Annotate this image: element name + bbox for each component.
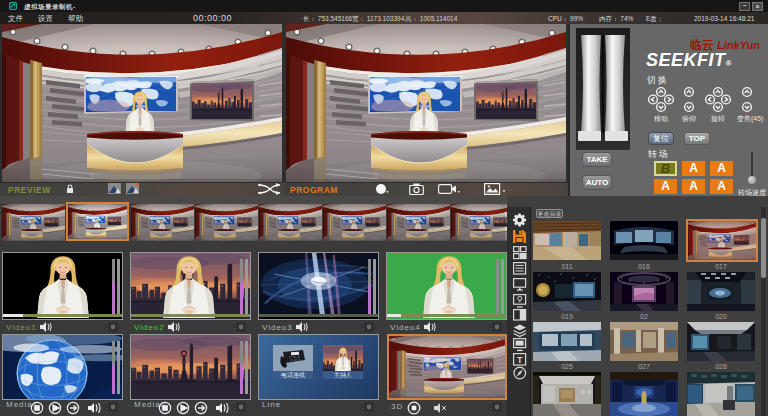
svg-text:T: T [517,355,523,365]
